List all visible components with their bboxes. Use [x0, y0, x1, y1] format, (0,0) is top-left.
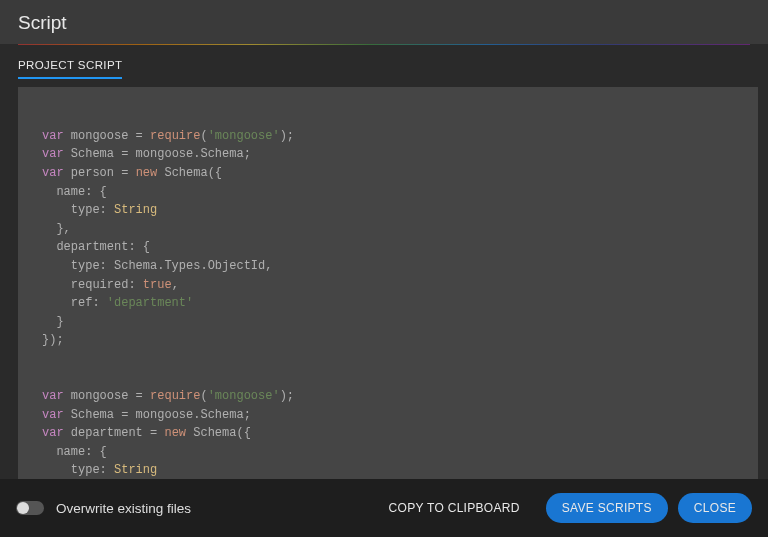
code-text: ref:	[42, 296, 107, 310]
toggle-knob	[17, 502, 29, 514]
code-string: 'mongoose'	[208, 129, 280, 143]
save-scripts-button[interactable]: SAVE SCRIPTS	[546, 493, 668, 523]
code-keyword: var	[42, 389, 64, 403]
code-fn: require	[150, 389, 200, 403]
copy-to-clipboard-button[interactable]: COPY TO CLIPBOARD	[373, 493, 536, 523]
code-keyword: var	[42, 408, 64, 422]
code-text: required:	[42, 278, 143, 292]
code-keyword: var	[42, 129, 64, 143]
code-text: person =	[64, 166, 136, 180]
code-text: type:	[42, 463, 114, 477]
dialog-title: Script	[18, 12, 67, 33]
code-editor[interactable]: var mongoose = require('mongoose'); var …	[18, 87, 758, 479]
code-text: name: {	[42, 185, 107, 199]
code-text: Schema({	[186, 426, 251, 440]
code-text: department =	[64, 426, 165, 440]
code-text: });	[42, 333, 64, 347]
code-text: type:	[42, 203, 114, 217]
code-text: },	[42, 222, 71, 236]
tab-label: PROJECT SCRIPT	[18, 59, 122, 71]
code-text: type: Schema.Types.ObjectId,	[42, 259, 272, 273]
code-text: Schema({	[157, 166, 222, 180]
close-button[interactable]: CLOSE	[678, 493, 752, 523]
code-text: (	[200, 389, 207, 403]
tab-project-script[interactable]: PROJECT SCRIPT	[18, 55, 122, 79]
code-text: );	[280, 389, 294, 403]
code-type: String	[114, 463, 157, 477]
footer: Overwrite existing files COPY TO CLIPBOA…	[0, 479, 768, 537]
code-text: ,	[172, 278, 179, 292]
code-string: 'department'	[107, 296, 193, 310]
code-text: Schema = mongoose.Schema;	[64, 147, 251, 161]
code-bool: true	[143, 278, 172, 292]
code-keyword: var	[42, 147, 64, 161]
code-text: }	[42, 315, 64, 329]
code-text: mongoose =	[64, 129, 150, 143]
code-fn: require	[150, 129, 200, 143]
rainbow-divider	[18, 44, 750, 45]
overwrite-toggle[interactable]	[16, 501, 44, 515]
code-text: department: {	[42, 240, 150, 254]
code-new: new	[136, 166, 158, 180]
code-new: new	[164, 426, 186, 440]
code-string: 'mongoose'	[208, 389, 280, 403]
editor-container: var mongoose = require('mongoose'); var …	[18, 87, 758, 479]
dialog-header: Script	[0, 0, 768, 44]
code-text: mongoose =	[64, 389, 150, 403]
code-text: name: {	[42, 445, 107, 459]
tab-bar: PROJECT SCRIPT	[0, 45, 768, 79]
overwrite-toggle-label: Overwrite existing files	[56, 501, 191, 516]
code-keyword: var	[42, 166, 64, 180]
code-text: (	[200, 129, 207, 143]
code-keyword: var	[42, 426, 64, 440]
code-text: );	[280, 129, 294, 143]
code-type: String	[114, 203, 157, 217]
code-text: Schema = mongoose.Schema;	[64, 408, 251, 422]
